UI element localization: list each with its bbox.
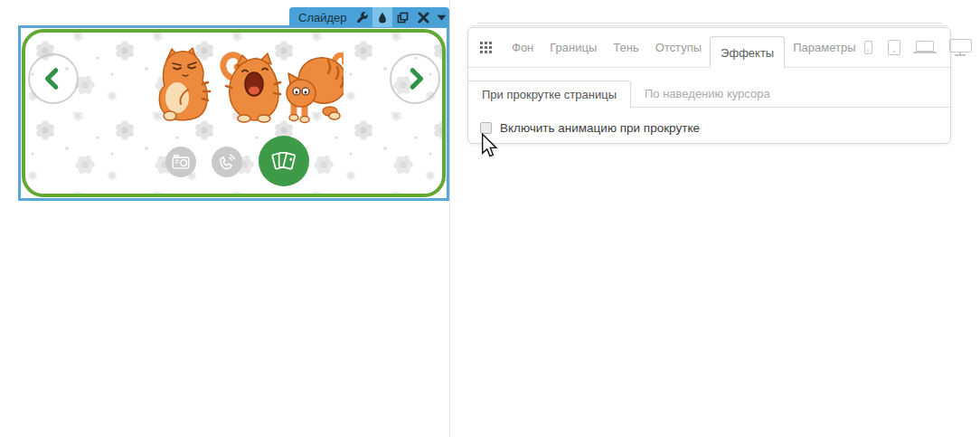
cats-illustration <box>152 46 344 126</box>
slide-thumb-camera[interactable] <box>165 147 196 177</box>
duplicate-icon[interactable] <box>392 7 412 27</box>
animation-checkbox[interactable] <box>480 122 492 134</box>
editor-canvas: Слайдер <box>0 0 980 437</box>
widget-toolbar: Слайдер <box>289 7 449 27</box>
subtab-on-scroll[interactable]: При прокрутке страницы <box>468 81 631 108</box>
effects-subtab-bar: При прокрутке страницы По наведению курс… <box>468 81 950 108</box>
tablet-icon[interactable] <box>888 40 900 55</box>
desktop-icon[interactable] <box>949 39 972 52</box>
tab-shadow[interactable]: Тень <box>605 41 646 54</box>
phone-icon <box>217 152 237 172</box>
animation-checkbox-label: Включить анимацию при прокрутке <box>500 121 700 135</box>
device-preview-switcher <box>864 39 975 57</box>
wrench-icon[interactable] <box>353 7 372 27</box>
next-slide-button[interactable] <box>390 53 440 104</box>
caret-down-icon[interactable] <box>433 7 449 27</box>
column-divider <box>449 0 450 437</box>
widget-title: Слайдер <box>289 11 353 24</box>
animation-checkbox-row: Включить анимацию при прокрутке <box>468 121 950 135</box>
close-icon[interactable] <box>413 7 433 27</box>
slide-thumb-cards[interactable] <box>259 136 309 186</box>
panel-stack-line <box>472 25 947 26</box>
settings-panel: Фон Границы Тень Отступы Эффекты Парамет… <box>467 27 951 144</box>
panel-tab-bar: Фон Границы Тень Отступы Эффекты Парамет… <box>468 28 950 68</box>
tab-margins[interactable]: Отступы <box>647 41 710 54</box>
slider-widget[interactable] <box>18 25 449 201</box>
slide-thumb-phone[interactable] <box>212 147 242 177</box>
tab-borders[interactable]: Границы <box>542 41 605 54</box>
chevron-right-icon <box>391 53 438 104</box>
tab-parameters[interactable]: Параметры <box>785 41 863 54</box>
droplet-icon[interactable] <box>372 7 392 27</box>
tab-background[interactable]: Фон <box>504 41 542 54</box>
camera-icon <box>171 152 191 172</box>
laptop-icon[interactable] <box>916 41 934 52</box>
subtab-on-hover[interactable]: По наведению курсора <box>631 81 784 107</box>
tab-effects[interactable]: Эффекты <box>710 36 785 68</box>
grid-menu-icon[interactable] <box>480 42 492 53</box>
panel-stack-line <box>477 23 942 24</box>
smartphone-icon[interactable] <box>864 41 872 54</box>
prev-slide-button[interactable] <box>28 53 79 104</box>
cards-icon <box>269 146 299 176</box>
chevron-left-icon <box>30 53 77 104</box>
